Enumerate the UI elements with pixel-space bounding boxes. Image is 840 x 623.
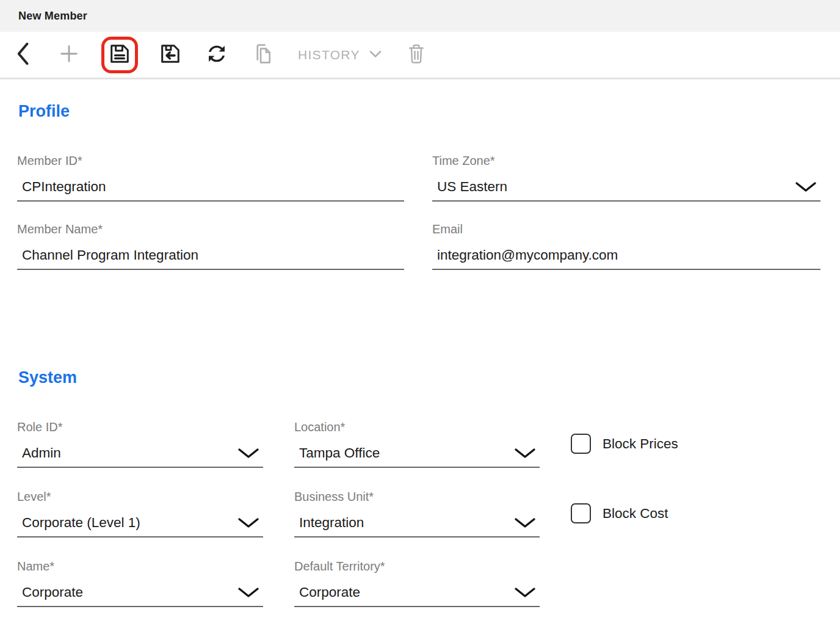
role-id-select[interactable]: Admin (17, 440, 263, 468)
checkbox-unchecked-icon (571, 503, 591, 523)
chevron-down-icon (514, 587, 536, 598)
time-zone-field: Time Zone* US Eastern (432, 153, 820, 202)
trash-icon (407, 42, 425, 67)
business-unit-field: Business Unit* Integration (294, 489, 540, 537)
member-name-value: Channel Program Integration (22, 247, 198, 263)
block-prices-checkbox[interactable]: Block Prices (571, 434, 820, 454)
email-input[interactable]: integration@mycompany.com (432, 242, 820, 270)
chevron-down-icon (514, 448, 536, 459)
time-zone-select[interactable]: US Eastern (432, 173, 820, 202)
plus-icon (57, 42, 81, 67)
business-unit-value: Integration (299, 515, 364, 531)
email-field: Email integration@mycompany.com (432, 221, 820, 270)
time-zone-label: Time Zone* (432, 153, 820, 169)
profile-section: Profile Member ID* CPIntegration Time Zo… (17, 100, 820, 270)
chevron-down-icon (369, 50, 382, 60)
time-zone-value: US Eastern (437, 179, 507, 195)
name-label: Name* (17, 558, 263, 574)
level-label: Level* (17, 489, 263, 505)
history-button[interactable]: HISTORY (295, 37, 384, 73)
toolbar: HISTORY (0, 32, 840, 79)
chevron-down-icon (514, 517, 536, 528)
form-content: Profile Member ID* CPIntegration Time Zo… (0, 100, 840, 607)
checkbox-unchecked-icon (571, 434, 591, 454)
page-title: New Member (18, 10, 87, 23)
role-id-label: Role ID* (17, 419, 263, 435)
copy-button[interactable] (249, 37, 277, 73)
default-territory-field: Default Territory* Corporate (294, 558, 540, 607)
save-icon (108, 42, 131, 68)
profile-fields-grid: Member ID* CPIntegration Time Zone* US E… (17, 153, 820, 270)
member-id-input[interactable]: CPIntegration (17, 173, 404, 202)
refresh-button[interactable] (203, 37, 231, 73)
name-select[interactable]: Corporate (17, 579, 263, 607)
block-prices-label: Block Prices (603, 436, 678, 452)
location-field: Location* Tampa Office (294, 419, 540, 468)
block-cost-checkbox[interactable]: Block Cost (571, 503, 820, 523)
role-id-value: Admin (22, 445, 61, 461)
business-unit-label: Business Unit* (294, 489, 540, 505)
email-value: integration@mycompany.com (437, 247, 618, 263)
chevron-down-icon (237, 517, 259, 528)
new-member-page: New Member (0, 0, 840, 623)
default-territory-label: Default Territory* (294, 558, 540, 574)
location-value: Tampa Office (299, 445, 380, 461)
save-and-close-icon (159, 42, 182, 68)
chevron-left-icon (15, 42, 31, 68)
member-name-label: Member Name* (17, 221, 404, 237)
level-select[interactable]: Corporate (Level 1) (17, 509, 263, 537)
copy-icon (253, 42, 273, 68)
save-and-close-button[interactable] (156, 37, 184, 73)
level-value: Corporate (Level 1) (22, 515, 140, 531)
member-id-label: Member ID* (17, 153, 404, 169)
title-bar: New Member (0, 0, 840, 32)
delete-button[interactable] (402, 37, 430, 73)
history-label: HISTORY (298, 48, 360, 62)
level-field: Level* Corporate (Level 1) (17, 489, 263, 537)
empty-cell (571, 558, 820, 607)
back-button[interactable] (9, 37, 37, 73)
default-territory-value: Corporate (299, 585, 360, 600)
system-heading: System (18, 366, 820, 388)
name-field: Name* Corporate (17, 558, 263, 607)
location-label: Location* (294, 419, 540, 435)
chevron-down-icon (795, 181, 817, 192)
member-id-value: CPIntegration (22, 179, 106, 195)
member-name-input[interactable]: Channel Program Integration (17, 242, 404, 270)
member-name-field: Member Name* Channel Program Integration (17, 221, 404, 270)
add-button[interactable] (55, 37, 83, 73)
block-cost-label: Block Cost (603, 506, 668, 522)
name-value: Corporate (22, 585, 83, 600)
system-fields-grid: Role ID* Admin Location* Tampa Office (17, 419, 820, 607)
role-id-field: Role ID* Admin (17, 419, 263, 468)
profile-heading: Profile (18, 100, 820, 122)
business-unit-select[interactable]: Integration (294, 509, 540, 537)
refresh-icon (205, 42, 229, 68)
chevron-down-icon (237, 587, 259, 598)
chevron-down-icon (237, 448, 259, 459)
system-section: System Role ID* Admin Location* Tamp (17, 366, 820, 607)
location-select[interactable]: Tampa Office (294, 440, 540, 468)
email-label: Email (432, 221, 820, 237)
default-territory-select[interactable]: Corporate (294, 579, 540, 607)
member-id-field: Member ID* CPIntegration (17, 153, 404, 202)
save-button[interactable] (101, 37, 138, 73)
